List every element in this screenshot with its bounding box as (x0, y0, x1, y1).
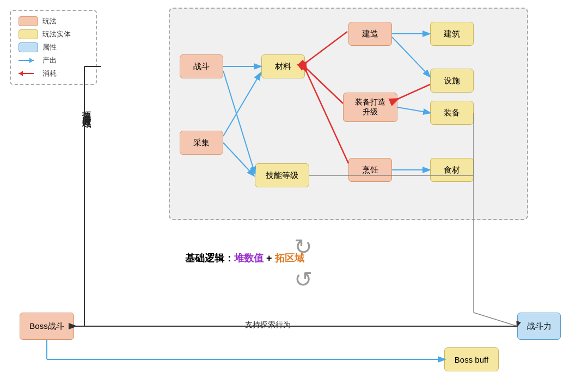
legend-item-consume: 消耗 (19, 69, 88, 78)
node-zhandouli: 战斗力 (517, 313, 561, 340)
legend-label-produce: 产出 (42, 56, 57, 65)
node-cailiao: 材料 (261, 54, 305, 78)
node-caiji: 采集 (180, 131, 223, 155)
legend-item-gameplay: 玩法 (19, 16, 88, 26)
legend-box-blue (19, 42, 38, 52)
legend-label-consume: 消耗 (42, 69, 57, 78)
label-support: 支持探索行为 (245, 320, 291, 330)
legend-label-attribute: 属性 (42, 42, 57, 52)
node-pengren: 烹饪 (348, 158, 392, 182)
legend-item-attribute: 属性 (19, 42, 88, 52)
legend-label-entity: 玩法实体 (42, 29, 71, 39)
legend-box-pink (19, 16, 38, 26)
circular-arrow-icon: ↻ (294, 234, 313, 259)
node-zhuangbei-craft: 装备打造 升级 (343, 93, 397, 122)
node-boss-buff: Boss buff (444, 347, 499, 371)
node-boss-zhandou: Boss战斗 (20, 313, 74, 340)
basic-logic-text: 基础逻辑：堆数值 + 拓区域 (185, 252, 304, 265)
node-jianzhu: 建筑 (430, 22, 474, 46)
legend-label-gameplay: 玩法 (42, 16, 57, 26)
legend-item-entity: 玩法实体 (19, 29, 88, 39)
legend-box-yellow (19, 29, 38, 39)
diagram-container: 玩法 玩法实体 属性 产出 消耗 战斗 材料 (0, 0, 588, 379)
legend-arrow-blue (19, 56, 38, 65)
node-zhuangbei: 装备 (430, 101, 474, 125)
legend-arrow-blue-line (19, 60, 34, 61)
node-jinengdengji: 技能等级 (255, 163, 309, 187)
legend-arrow-red (19, 69, 38, 78)
node-shicai: 食材 (430, 158, 474, 182)
svg-line-15 (474, 313, 517, 326)
node-jianzao: 建造 (348, 22, 392, 46)
legend-arrow-red-line (19, 73, 34, 74)
legend-item-produce: 产出 (19, 56, 88, 65)
node-zhandou: 战斗 (180, 54, 223, 78)
label-expand: 拓展新区域 (81, 103, 92, 114)
legend: 玩法 玩法实体 属性 产出 消耗 (10, 10, 97, 85)
circular-arrow-icon-2: ↻ (294, 267, 313, 292)
node-sheshi: 设施 (430, 69, 474, 93)
